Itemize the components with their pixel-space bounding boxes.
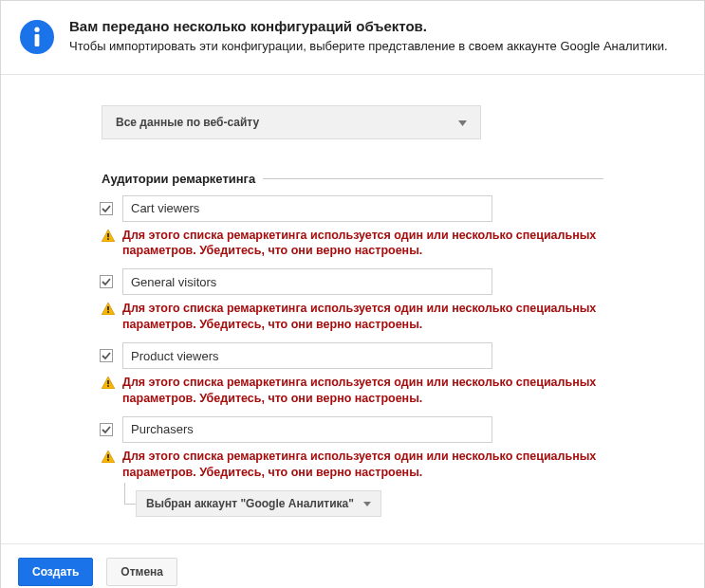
audience-name-input[interactable] [122,416,492,443]
dialog-footer: Создать Отмена [1,543,704,588]
svg-rect-12 [107,454,109,458]
tree-connector-icon [119,490,136,517]
audience-list: Для этого списка ремаркетинга использует… [102,195,603,517]
audience-row [100,195,603,222]
svg-rect-6 [107,306,109,310]
svg-rect-4 [107,238,109,240]
warning-row: Для этого списка ремаркетинга использует… [102,301,603,333]
audience-name-input[interactable] [122,195,492,222]
dialog-body: Все данные по веб-сайту Аудитории ремарк… [1,75,704,543]
checkbox[interactable] [100,275,113,288]
svg-rect-10 [107,385,109,387]
warning-icon [102,450,115,466]
account-select-dropdown[interactable]: Выбран аккаунт "Google Аналитика" [136,490,381,517]
warning-row: Для этого списка ремаркетинга использует… [102,375,603,407]
svg-rect-2 [101,202,113,214]
section-title: Аудитории ремаркетинга [102,172,263,186]
dialog: Вам передано несколько конфигураций объе… [0,0,705,588]
dialog-header: Вам передано несколько конфигураций объе… [1,1,704,75]
svg-rect-3 [107,233,109,237]
warning-text: Для этого списка ремаркетинга использует… [122,449,603,481]
section-divider [263,178,603,179]
cancel-button[interactable]: Отмена [106,558,177,586]
checkbox[interactable] [100,423,113,436]
checkbox[interactable] [100,349,113,362]
account-row: Выбран аккаунт "Google Аналитика" [102,490,603,517]
info-icon [20,20,54,54]
create-button[interactable]: Создать [18,558,93,586]
audience-name-input[interactable] [122,342,492,369]
audience-row [100,342,603,369]
audience-name-input[interactable] [122,268,492,295]
warning-icon [102,303,115,318]
audience-row [100,416,603,443]
view-select-label: Все данные по веб-сайту [116,116,259,129]
svg-rect-1 [35,34,40,46]
audience-row [100,268,603,295]
section-heading-row: Аудитории ремаркетинга [102,172,603,186]
warning-text: Для этого списка ремаркетинга использует… [122,375,603,407]
svg-rect-9 [107,380,109,384]
header-text: Вам передано несколько конфигураций объе… [69,18,668,55]
svg-point-0 [34,28,39,32]
warning-row: Для этого списка ремаркетинга использует… [102,228,603,260]
dialog-subtitle: Чтобы импортировать эти конфигурации, вы… [69,38,668,55]
dialog-title: Вам передано несколько конфигураций объе… [69,18,668,34]
svg-rect-13 [107,459,109,461]
chevron-down-icon [458,116,467,129]
warning-text: Для этого списка ремаркетинга использует… [122,228,603,260]
account-select-label: Выбран аккаунт "Google Аналитика" [146,497,354,510]
svg-rect-8 [101,350,113,362]
warning-text: Для этого списка ремаркетинга использует… [122,301,603,333]
svg-rect-7 [107,311,109,313]
svg-rect-5 [101,276,113,288]
warning-row: Для этого списка ремаркетинга использует… [102,449,603,481]
warning-icon [102,230,115,245]
chevron-down-icon [363,498,371,508]
warning-icon [102,377,115,392]
svg-rect-11 [101,423,113,435]
checkbox[interactable] [100,202,113,215]
view-select-dropdown[interactable]: Все данные по веб-сайту [102,105,481,139]
